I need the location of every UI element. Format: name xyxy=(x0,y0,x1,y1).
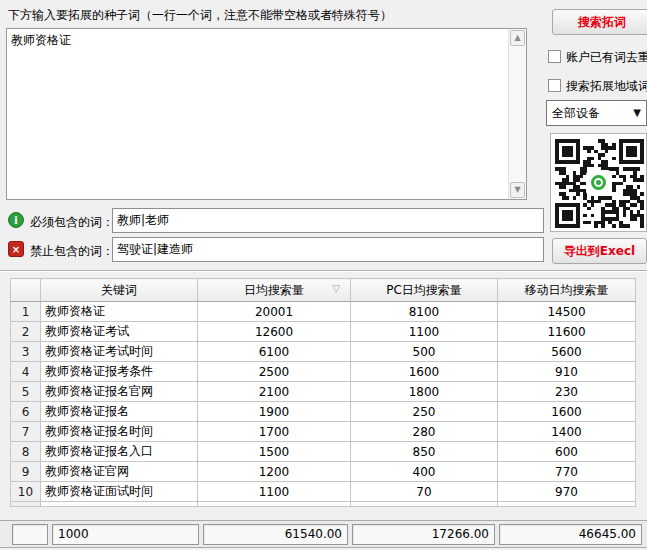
daily-volume-cell[interactable]: 2100 xyxy=(198,382,351,402)
daily-volume-cell[interactable]: 12600 xyxy=(198,322,351,342)
table-filler-row xyxy=(11,502,636,507)
search-expand-button[interactable]: 搜索拓词 xyxy=(552,9,647,35)
col-keyword[interactable]: 关键词 xyxy=(41,279,198,302)
daily-volume-cell[interactable]: 1500 xyxy=(198,442,351,462)
col-mobile-volume-label: 移动日均搜索量 xyxy=(525,283,609,297)
keyword-cell[interactable]: 教师资格证报名 xyxy=(41,402,198,422)
must-exclude-label: 禁止包含的词： xyxy=(30,243,114,260)
must-exclude-input[interactable] xyxy=(112,237,544,262)
must-include-input[interactable] xyxy=(112,208,544,233)
scroll-down-button[interactable]: ▼ xyxy=(510,182,525,198)
daily-volume-cell[interactable]: 1900 xyxy=(198,402,351,422)
row-index: 10 xyxy=(11,482,41,502)
keyword-cell[interactable]: 教师资格证考试 xyxy=(41,322,198,342)
daily-volume-cell[interactable]: 1100 xyxy=(198,482,351,502)
export-excel-button[interactable]: 导出到Execl xyxy=(552,238,647,264)
row-index: 7 xyxy=(11,422,41,442)
keywords-table: 关键词 日均搜索量▽ PC日均搜索量 移动日均搜索量 1教师资格证2000181… xyxy=(10,278,636,507)
pc-volume-cell[interactable]: 280 xyxy=(351,422,498,442)
col-daily-volume[interactable]: 日均搜索量▽ xyxy=(198,279,351,302)
keyword-cell[interactable]: 教师资格证报名入口 xyxy=(41,442,198,462)
summary-empty-cell xyxy=(12,524,48,545)
keyword-expansion-tool: 下方输入要拓展的种子词（一行一个词，注意不能带空格或者特殊符号） 教师资格证 ▲… xyxy=(0,0,647,550)
chevron-down-icon: ▼ xyxy=(633,101,641,125)
daily-volume-cell[interactable]: 1200 xyxy=(198,462,351,482)
textarea-scrollbar[interactable]: ▲ ▼ xyxy=(508,29,526,199)
dedupe-checkbox-label[interactable]: 账户已有词去重 xyxy=(566,49,647,66)
keyword-cell[interactable]: 教师资格证官网 xyxy=(41,462,198,482)
col-daily-volume-label: 日均搜索量 xyxy=(244,283,304,297)
table-row[interactable]: 10教师资格证面试时间110070970 xyxy=(11,482,636,502)
dedupe-checkbox[interactable] xyxy=(548,50,561,63)
info-icon: i xyxy=(8,212,24,228)
keyword-cell[interactable]: 教师资格证 xyxy=(41,302,198,322)
row-index: 6 xyxy=(11,402,41,422)
keyword-cell[interactable]: 教师资格证报名时间 xyxy=(41,422,198,442)
mobile-volume-cell[interactable]: 910 xyxy=(498,362,636,382)
region-words-checkbox-label[interactable]: 搜索拓展地域词 xyxy=(566,78,647,95)
mobile-volume-cell[interactable]: 1400 xyxy=(498,422,636,442)
pc-volume-cell[interactable]: 1600 xyxy=(351,362,498,382)
region-words-checkbox[interactable] xyxy=(548,79,561,92)
table-row[interactable]: 6教师资格证报名19002501600 xyxy=(11,402,636,422)
keyword-cell[interactable]: 教师资格证考试时间 xyxy=(41,342,198,362)
pc-volume-cell[interactable]: 8100 xyxy=(351,302,498,322)
mobile-volume-cell[interactable]: 5600 xyxy=(498,342,636,362)
col-pc-volume-label: PC日均搜索量 xyxy=(386,283,462,297)
sort-desc-icon: ▽ xyxy=(332,283,340,294)
daily-volume-cell[interactable]: 20001 xyxy=(198,302,351,322)
daily-volume-cell[interactable]: 6100 xyxy=(198,342,351,362)
keyword-cell[interactable]: 教师资格证报名官网 xyxy=(41,382,198,402)
mobile-volume-cell[interactable]: 14500 xyxy=(498,302,636,322)
table-row[interactable]: 4教师资格证报考条件25001600910 xyxy=(11,362,636,382)
summary-mobile-total: 46645.00 xyxy=(499,524,642,545)
table-row[interactable]: 1教师资格证20001810014500 xyxy=(11,302,636,322)
device-select-value: 全部设备 xyxy=(552,106,600,120)
pc-volume-cell[interactable]: 250 xyxy=(351,402,498,422)
mobile-volume-cell[interactable]: 770 xyxy=(498,462,636,482)
summary-keyword-count: 1000 xyxy=(52,524,199,545)
table-header-row: 关键词 日均搜索量▽ PC日均搜索量 移动日均搜索量 xyxy=(11,279,636,302)
row-index: 8 xyxy=(11,442,41,462)
device-select[interactable]: 全部设备 ▼ xyxy=(546,100,647,126)
mobile-volume-cell[interactable]: 1600 xyxy=(498,402,636,422)
daily-volume-cell[interactable]: 1700 xyxy=(198,422,351,442)
col-pc-volume[interactable]: PC日均搜索量 xyxy=(351,279,498,302)
pc-volume-cell[interactable]: 1800 xyxy=(351,382,498,402)
row-index: 2 xyxy=(11,322,41,342)
table-row[interactable]: 5教师资格证报名官网21001800230 xyxy=(11,382,636,402)
scroll-up-button[interactable]: ▲ xyxy=(510,30,525,46)
mobile-volume-cell[interactable]: 970 xyxy=(498,482,636,502)
row-index: 9 xyxy=(11,462,41,482)
pc-volume-cell[interactable]: 500 xyxy=(351,342,498,362)
summary-pc-total: 17266.00 xyxy=(352,524,495,545)
row-index: 5 xyxy=(11,382,41,402)
table-row[interactable]: 9教师资格证官网1200400770 xyxy=(11,462,636,482)
must-include-label: 必须包含的词： xyxy=(30,214,114,231)
scroll-up-icon: ▲ xyxy=(514,33,520,42)
pc-volume-cell[interactable]: 70 xyxy=(351,482,498,502)
mobile-volume-cell[interactable]: 230 xyxy=(498,382,636,402)
col-mobile-volume[interactable]: 移动日均搜索量 xyxy=(498,279,636,302)
pc-volume-cell[interactable]: 1100 xyxy=(351,322,498,342)
section-divider xyxy=(0,270,647,271)
mobile-volume-cell[interactable]: 600 xyxy=(498,442,636,462)
qr-logo xyxy=(586,170,612,196)
summary-daily-total: 61540.00 xyxy=(203,524,348,545)
seed-words-value: 教师资格证 xyxy=(11,32,504,49)
pc-volume-cell[interactable]: 400 xyxy=(351,462,498,482)
table-row[interactable]: 8教师资格证报名入口1500850600 xyxy=(11,442,636,462)
row-index: 4 xyxy=(11,362,41,382)
row-index: 1 xyxy=(11,302,41,322)
table-row[interactable]: 7教师资格证报名时间17002801400 xyxy=(11,422,636,442)
table-row[interactable]: 2教师资格证考试12600110011600 xyxy=(11,322,636,342)
mobile-volume-cell[interactable]: 11600 xyxy=(498,322,636,342)
qr-code xyxy=(550,133,647,232)
table-row[interactable]: 3教师资格证考试时间61005005600 xyxy=(11,342,636,362)
keyword-cell[interactable]: 教师资格证面试时间 xyxy=(41,482,198,502)
pc-volume-cell[interactable]: 850 xyxy=(351,442,498,462)
col-keyword-label: 关键词 xyxy=(101,283,137,297)
keyword-cell[interactable]: 教师资格证报考条件 xyxy=(41,362,198,382)
daily-volume-cell[interactable]: 2500 xyxy=(198,362,351,382)
seed-words-textarea[interactable]: 教师资格证 ▲ ▼ xyxy=(6,28,527,200)
